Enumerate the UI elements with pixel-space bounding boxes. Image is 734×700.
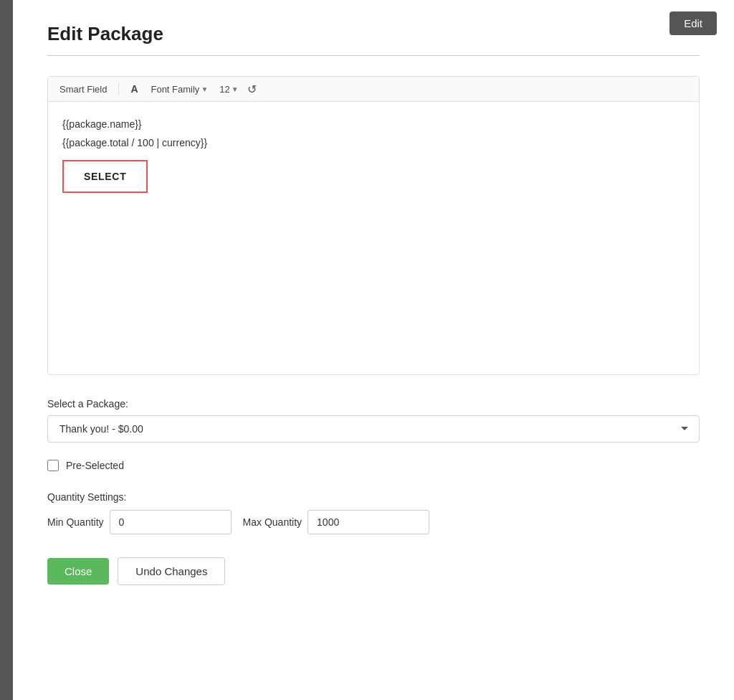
bottom-buttons: Close Undo Changes	[47, 557, 700, 585]
min-quantity-group: Min Quantity	[47, 510, 232, 534]
editor-line-2: {{package.total / 100 | currency}}	[62, 135, 685, 151]
pre-selected-label: Pre-Selected	[66, 460, 124, 471]
edit-button[interactable]: Edit	[669, 11, 717, 35]
font-size-label: 12	[219, 84, 229, 95]
main-content: Edit Edit Package Smart Field A Font Fam…	[13, 0, 734, 700]
pre-selected-row: Pre-Selected	[47, 460, 700, 471]
max-quantity-input[interactable]	[308, 510, 429, 534]
min-quantity-input[interactable]	[110, 510, 232, 534]
title-divider	[47, 55, 700, 56]
package-select-dropdown[interactable]: Thank you! - $0.00	[47, 415, 700, 443]
package-select-label: Select a Package:	[47, 398, 700, 410]
top-right-area: Edit	[669, 11, 717, 35]
font-family-chevron-icon: ▼	[201, 85, 208, 93]
page-title: Edit Package	[47, 23, 700, 45]
font-style-icon[interactable]: A	[126, 81, 142, 97]
quantity-settings-label: Quantity Settings:	[47, 491, 700, 503]
font-size-chevron-icon: ▼	[232, 85, 239, 93]
undo-icon[interactable]: ↺	[247, 82, 257, 96]
editor-body[interactable]: {{package.name}} {{package.total / 100 |…	[48, 102, 699, 374]
quantity-row: Min Quantity Max Quantity	[47, 510, 700, 534]
font-family-select[interactable]: Font Family ▼	[148, 82, 211, 96]
rich-text-editor: Smart Field A Font Family ▼ 12 ▼ ↺ {{pac…	[47, 76, 700, 375]
smart-field-button[interactable]: Smart Field	[55, 82, 111, 96]
quantity-settings-section: Quantity Settings: Min Quantity Max Quan…	[47, 491, 700, 534]
close-button[interactable]: Close	[47, 558, 109, 585]
pre-selected-checkbox[interactable]	[47, 460, 59, 471]
toolbar-separator-1	[118, 82, 119, 95]
package-select-section: Select a Package: Thank you! - $0.00	[47, 398, 700, 443]
editor-toolbar: Smart Field A Font Family ▼ 12 ▼ ↺	[48, 77, 699, 102]
font-family-label: Font Family	[151, 84, 199, 95]
min-quantity-label: Min Quantity	[47, 516, 104, 528]
font-size-select[interactable]: 12 ▼	[216, 82, 241, 96]
max-quantity-group: Max Quantity	[243, 510, 429, 534]
sidebar	[0, 0, 13, 700]
select-button-preview[interactable]: SELECT	[62, 160, 148, 193]
max-quantity-label: Max Quantity	[243, 516, 302, 528]
editor-line-1: {{package.name}}	[62, 116, 685, 132]
undo-changes-button[interactable]: Undo Changes	[118, 557, 225, 585]
